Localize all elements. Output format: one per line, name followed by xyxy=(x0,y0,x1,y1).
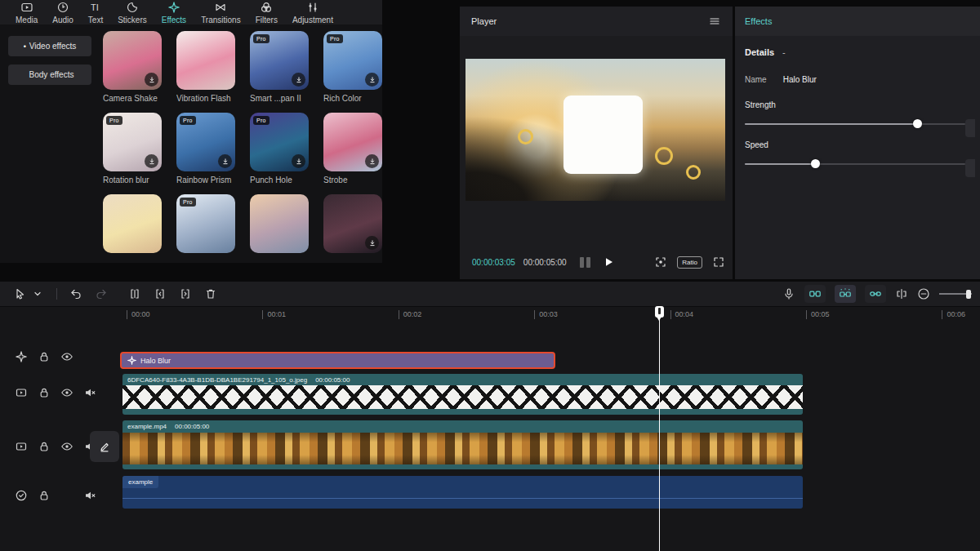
ratio-button[interactable]: Ratio xyxy=(677,256,702,269)
audio-clip[interactable]: example xyxy=(122,476,803,509)
download-icon[interactable] xyxy=(145,154,158,168)
eye-icon[interactable] xyxy=(60,350,74,363)
toolbar-divider xyxy=(56,288,57,300)
effect-card-rich-color[interactable]: Pro Rich Color xyxy=(323,31,382,113)
ruler-tick: 00:05 xyxy=(806,310,830,319)
download-icon[interactable] xyxy=(218,154,232,168)
lock-icon[interactable] xyxy=(38,350,51,363)
effect-thumbnail: Pro xyxy=(323,31,382,90)
effect-name-label: Name xyxy=(745,75,767,84)
effect-card[interactable] xyxy=(323,194,382,263)
tab-text[interactable]: TI Text xyxy=(81,0,110,24)
video-track-icon xyxy=(15,386,28,399)
timeline-zoom-slider[interactable] xyxy=(939,289,972,299)
delete-right-button[interactable] xyxy=(179,287,192,300)
bokeh-ring xyxy=(518,129,533,144)
effect-card[interactable] xyxy=(250,194,309,263)
eye-icon[interactable] xyxy=(60,386,74,399)
effect-card-camera-shake[interactable]: Camera Shake xyxy=(103,31,162,113)
lock-icon[interactable] xyxy=(38,386,51,399)
effect-card-label: Punch Hole xyxy=(250,176,309,184)
tab-adjustment[interactable]: Adjustment xyxy=(285,0,341,24)
select-tool-chevron-icon[interactable] xyxy=(31,287,44,300)
play-button[interactable] xyxy=(602,256,615,269)
video-track-controls xyxy=(15,440,96,453)
effect-card[interactable]: Pro xyxy=(176,194,235,263)
strength-slider-handle[interactable] xyxy=(913,119,922,128)
tab-effects[interactable]: Effects xyxy=(154,0,194,24)
download-icon[interactable] xyxy=(292,154,305,168)
eye-icon[interactable] xyxy=(60,440,74,453)
delete-button[interactable] xyxy=(204,287,217,300)
tab-filters[interactable]: Filters xyxy=(248,0,285,24)
effect-card[interactable] xyxy=(103,194,162,263)
effect-card-rotation-blur[interactable]: Pro Rotation blur xyxy=(103,113,162,194)
pro-badge: Pro xyxy=(106,116,122,125)
effect-card-vibration-flash[interactable]: Vibration Flash xyxy=(176,31,235,113)
delete-left-button[interactable] xyxy=(154,287,167,300)
effect-card-label: Rotation blur xyxy=(103,176,162,184)
lock-icon[interactable] xyxy=(38,489,51,502)
inspector-title: Effects xyxy=(745,16,772,26)
select-tool-button[interactable] xyxy=(13,287,26,300)
player-menu-icon[interactable] xyxy=(708,15,721,28)
download-icon[interactable] xyxy=(365,73,379,87)
frame-step-icon[interactable] xyxy=(580,257,590,268)
effect-clip-halo-blur[interactable]: Halo Blur xyxy=(120,352,555,369)
zoom-slider-handle[interactable] xyxy=(966,290,971,299)
video-clip[interactable]: example.mp4 00:00:05:00 xyxy=(122,420,803,469)
fullscreen-icon[interactable] xyxy=(712,256,725,269)
tab-audio[interactable]: Audio xyxy=(45,0,81,24)
image-clip[interactable]: 6DFCA640-F833-4A3B-B1DB-DBA1BE291794_1_1… xyxy=(122,374,803,415)
pro-badge: Pro xyxy=(180,198,196,207)
adjustment-icon xyxy=(306,0,319,14)
effect-card-label: Strobe xyxy=(323,176,382,184)
effect-card-label: Rich Color xyxy=(323,94,382,103)
tab-transitions[interactable]: Transitions xyxy=(194,0,248,24)
mute-icon[interactable] xyxy=(83,489,96,502)
strength-slider[interactable] xyxy=(745,119,965,129)
tab-media[interactable]: Media xyxy=(8,0,45,24)
sidebar-item-body-effects[interactable]: Body effects xyxy=(8,64,91,85)
edit-draw-button[interactable] xyxy=(90,431,119,462)
video-track-icon xyxy=(15,440,28,453)
lock-icon[interactable] xyxy=(38,440,51,453)
playhead[interactable] xyxy=(659,306,660,551)
details-section-label: Details xyxy=(745,47,774,57)
effect-card-smart-pan-ii[interactable]: Pro Smart ...pan II xyxy=(250,31,309,113)
split-button[interactable] xyxy=(128,287,141,300)
speed-slider[interactable] xyxy=(745,159,965,169)
timeline-panel: 00:0000:0100:0200:0300:0400:0500:06 xyxy=(0,282,980,551)
player-title: Player xyxy=(471,16,497,26)
effect-track-controls xyxy=(15,350,74,363)
tab-stickers[interactable]: Stickers xyxy=(110,0,154,24)
focus-icon[interactable] xyxy=(654,256,667,269)
audio-clip-label: example xyxy=(122,476,158,488)
timeline-ruler[interactable]: 00:0000:0100:0200:0300:0400:0500:06 xyxy=(0,307,980,323)
download-icon[interactable] xyxy=(292,73,305,87)
download-icon[interactable] xyxy=(365,154,379,168)
details-collapse-toggle[interactable]: - xyxy=(782,47,786,57)
download-icon[interactable] xyxy=(365,236,379,250)
video-preview[interactable] xyxy=(466,59,725,201)
playhead-handle[interactable] xyxy=(655,306,664,318)
preview-axis-button[interactable] xyxy=(895,287,908,300)
auto-snapping-button[interactable] xyxy=(835,285,856,303)
effect-thumbnail xyxy=(103,194,162,253)
stickers-icon xyxy=(126,0,139,14)
effect-card-strobe[interactable]: Strobe xyxy=(323,113,382,194)
mute-icon[interactable] xyxy=(83,386,96,399)
effect-card-punch-hole[interactable]: Pro Punch Hole xyxy=(250,113,309,194)
effect-card-rainbow-prism[interactable]: Pro Rainbow Prism xyxy=(176,113,235,194)
undo-button[interactable] xyxy=(69,287,82,300)
speed-slider-handle[interactable] xyxy=(811,159,820,168)
zoom-out-icon[interactable] xyxy=(917,287,930,300)
redo-button[interactable] xyxy=(95,287,108,300)
download-icon[interactable] xyxy=(145,73,158,87)
linkage-button[interactable] xyxy=(865,285,886,303)
main-track-magnet-button[interactable] xyxy=(804,285,826,303)
filters-icon xyxy=(260,0,273,14)
record-voiceover-icon[interactable] xyxy=(782,287,795,300)
sidebar-item-video-effects[interactable]: • Video effects xyxy=(8,36,91,56)
effect-clip-icon xyxy=(127,356,136,365)
